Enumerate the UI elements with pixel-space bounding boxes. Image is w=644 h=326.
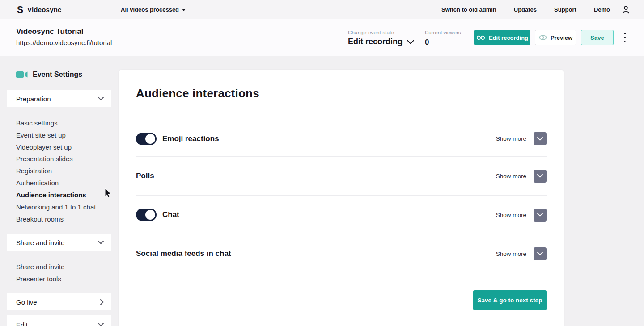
event-state-value: Edit recording (348, 37, 402, 46)
feature-label: Polls (136, 171, 154, 180)
event-header: Videosync Tutorial https://demo.videosyn… (0, 19, 644, 56)
sidebar-item-videoplayer-set-up[interactable]: Videoplayer set up (16, 143, 72, 151)
chat-toggle[interactable] (136, 209, 157, 221)
sidebar-item-presentation-slides[interactable]: Presentation slides (16, 155, 73, 163)
chevron-down-icon (537, 252, 543, 255)
current-viewers-count: 0 (425, 38, 429, 47)
accordion-go-live-label: Go live (16, 298, 37, 306)
chevron-down-icon (98, 241, 104, 244)
show-more-link[interactable]: Show more (496, 135, 526, 142)
event-state-dropdown[interactable]: Edit recording (348, 37, 414, 46)
sidebar-item-networking-1to1-chat[interactable]: Networking and 1 to 1 chat (16, 203, 96, 211)
chevron-down-icon (537, 137, 543, 141)
videos-processed-dropdown[interactable]: All videos processed (121, 0, 186, 19)
show-more-link[interactable]: Show more (496, 173, 526, 180)
preview-button-label: Preview (551, 34, 572, 41)
dropdown-triangle-icon (182, 9, 186, 11)
more-options-kebab-icon[interactable] (622, 33, 627, 42)
sidebar-item-breakout-rooms[interactable]: Breakout rooms (16, 215, 64, 223)
accordion-share-invite-label: Share and invite (16, 239, 64, 247)
chevron-down-icon (537, 174, 543, 178)
show-more-link[interactable]: Show more (496, 251, 526, 257)
save-and-next-step-button[interactable]: Save & go to next step (473, 290, 547, 310)
switch-old-admin-link[interactable]: Switch to old admin (441, 6, 496, 13)
show-more-link[interactable]: Show more (496, 212, 526, 218)
recording-reels-icon (476, 35, 485, 40)
feature-row-polls: Polls Show more (136, 157, 547, 195)
top-bar: S Videosync All videos processed Switch … (0, 0, 644, 19)
feature-label: Emoji reactions (162, 134, 219, 143)
feature-row-emoji-reactions: Emoji reactions Show more (136, 121, 547, 156)
video-camera-icon (16, 71, 28, 78)
event-settings-title: Event Settings (33, 71, 82, 79)
brand-name: Videosync (27, 6, 62, 13)
current-viewers-label: Current viewers (425, 30, 461, 35)
updates-link[interactable]: Updates (514, 6, 537, 13)
sidebar-item-event-site-set-up[interactable]: Event site set up (16, 131, 66, 139)
videosync-admin-app: S Videosync All videos processed Switch … (0, 0, 644, 326)
expand-section-button[interactable] (534, 170, 547, 183)
sidebar-item-basic-settings[interactable]: Basic settings (16, 119, 58, 127)
event-state-label: Change event state (348, 30, 394, 35)
videosync-logo-icon: S (17, 4, 23, 14)
sidebar-item-authentication[interactable]: Authentication (16, 179, 59, 187)
chevron-down-icon (98, 97, 104, 100)
accordion-go-live[interactable]: Go live (7, 293, 111, 310)
page-title: Audience interactions (136, 70, 547, 121)
accordion-share-and-invite[interactable]: Share and invite (7, 234, 111, 251)
sidebar-item-presenter-tools[interactable]: Presenter tools (16, 275, 61, 283)
chevron-down-icon (537, 213, 543, 217)
sidebar-item-share-and-invite[interactable]: Share and invite (16, 263, 64, 271)
eye-icon (539, 35, 547, 40)
expand-section-button[interactable] (534, 132, 547, 145)
brand[interactable]: S Videosync (17, 0, 62, 19)
mouse-cursor (105, 188, 112, 199)
event-url[interactable]: https://demo.videosync.fi/tutorial (16, 39, 112, 46)
expand-section-button[interactable] (534, 247, 547, 260)
event-title: Videosync Tutorial (16, 27, 84, 36)
demo-link[interactable]: Demo (594, 6, 610, 13)
save-button-label: Save (590, 34, 604, 41)
expand-section-button[interactable] (534, 209, 547, 222)
user-icon[interactable] (621, 5, 631, 14)
preview-button[interactable]: Preview (535, 30, 576, 45)
event-settings-header: Event Settings (16, 71, 82, 79)
audience-interactions-panel: Audience interactions Emoji reactions Sh… (119, 70, 564, 326)
accordion-edit[interactable]: Edit (7, 315, 111, 326)
feature-label: Social media feeds in chat (136, 249, 231, 258)
chevron-down-icon (407, 40, 414, 44)
edit-recording-button-label: Edit recording (489, 34, 528, 41)
feature-label: Chat (162, 210, 179, 219)
sidebar-item-registration[interactable]: Registration (16, 167, 52, 175)
sidebar-item-audience-interactions[interactable]: Audience interactions (16, 191, 86, 199)
save-button[interactable]: Save (581, 30, 614, 45)
emoji-reactions-toggle[interactable] (136, 133, 157, 145)
support-link[interactable]: Support (554, 6, 576, 13)
accordion-edit-label: Edit (16, 321, 28, 326)
feature-row-chat: Chat Show more (136, 196, 547, 234)
chevron-right-icon (100, 299, 104, 305)
chevron-down-icon (98, 323, 104, 326)
top-nav-links: Switch to old admin Updates Support Demo (441, 0, 610, 19)
feature-row-social-media-feeds: Social media feeds in chat Show more (136, 234, 547, 273)
accordion-preparation[interactable]: Preparation (7, 90, 111, 107)
videos-processed-label: All videos processed (121, 6, 179, 13)
accordion-preparation-label: Preparation (16, 95, 51, 103)
edit-recording-button[interactable]: Edit recording (474, 30, 530, 45)
